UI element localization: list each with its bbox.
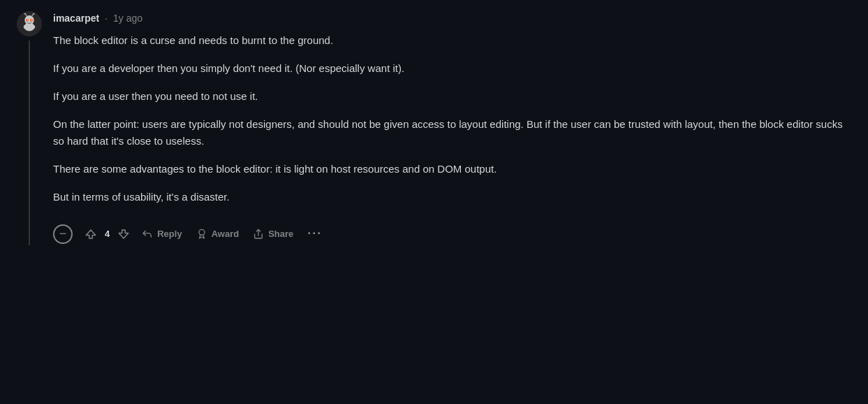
paragraph-6: But in terms of usability, it's a disast… (53, 189, 854, 205)
avatar (17, 11, 42, 36)
comment-header: imacarpet · 1y ago (53, 13, 854, 24)
vote-count: 4 (103, 229, 111, 239)
award-icon (196, 229, 207, 240)
comment-body: The block editor is a curse and needs to… (53, 32, 854, 205)
comment-container: imacarpet · 1y ago The block editor is a… (0, 0, 868, 257)
comment-actions: − 4 (53, 222, 854, 245)
reply-icon (142, 229, 153, 240)
award-label: Award (212, 229, 240, 239)
minus-icon: − (59, 226, 67, 241)
svg-point-9 (31, 20, 33, 21)
avatar-icon (19, 13, 40, 34)
share-icon (253, 229, 264, 240)
vote-section: 4 (81, 224, 133, 244)
upvote-icon (84, 228, 97, 240)
award-button[interactable]: Award (191, 224, 245, 244)
upvote-button[interactable] (81, 224, 101, 244)
thread-line (29, 41, 30, 245)
svg-point-8 (27, 20, 29, 21)
share-button[interactable]: Share (247, 224, 299, 244)
svg-point-10 (24, 25, 26, 29)
downvote-icon (117, 228, 130, 240)
downvote-button[interactable] (114, 224, 133, 244)
paragraph-2: If you are a developer then you simply d… (53, 60, 854, 77)
more-options-button[interactable]: ··· (302, 222, 328, 245)
separator: · (105, 13, 108, 24)
timestamp: 1y ago (113, 13, 142, 24)
paragraph-1: The block editor is a curse and needs to… (53, 32, 854, 49)
collapse-button[interactable]: − (53, 224, 73, 244)
paragraph-4: On the latter point: users are typically… (53, 116, 854, 150)
svg-point-11 (33, 25, 35, 29)
username: imacarpet (53, 13, 99, 24)
paragraph-5: There are some advantages to the block e… (53, 161, 854, 178)
reply-label: Reply (157, 229, 182, 239)
paragraph-3: If you are a user then you need to not u… (53, 88, 854, 105)
left-column (14, 11, 45, 245)
reply-button[interactable]: Reply (136, 224, 187, 244)
svg-point-12 (199, 229, 205, 235)
more-icon: ··· (307, 226, 322, 241)
right-column: imacarpet · 1y ago The block editor is a… (53, 11, 854, 245)
share-label: Share (268, 229, 293, 239)
